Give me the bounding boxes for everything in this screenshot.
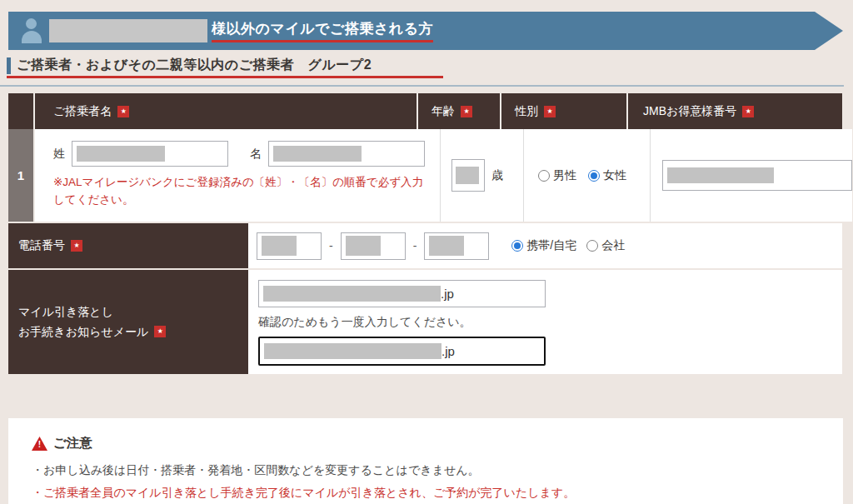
section-heading: ご搭乗者・およびその二親等以内のご搭乗者 グループ2 [7,57,372,74]
required-icon: ★ [71,240,82,252]
gender-female-option[interactable]: 女性 [588,168,626,183]
name-entry-note: ※JALマイレージバンクにご登録済みの〔姓〕・〔名〕の順番で必ず入力してください… [53,174,425,209]
required-icon: ★ [117,106,129,117]
header-jmb-label: JMBお得意様番号 [643,104,736,119]
row-number-cell: 1 [8,129,35,222]
section-divider [0,85,844,87]
redacted-mail-address [263,286,441,302]
section-title: ご搭乗者・およびその二親等以内のご搭乗者 グループ2 [17,57,372,74]
banner-title: 様以外のマイルでご搭乗される方 [212,19,433,42]
mail-confirm-input-focused[interactable]: .jp [258,337,546,366]
phone-separator: - [329,239,333,252]
first-name-input[interactable] [268,141,425,167]
last-name-input[interactable] [72,141,228,167]
mail-input[interactable]: .jp [258,280,546,307]
mail-label-cell: マイル引き落とし お手続きお知らせメール ★ [8,270,248,374]
header-passenger-name: ご搭乗者名 ★ [35,93,418,129]
phone-input-1[interactable] [257,232,322,260]
required-icon: ★ [154,326,166,337]
radio-office-icon[interactable] [586,240,598,252]
phone-row: 電話番号 ★ - - 携帯/自宅 会社 [8,223,842,268]
first-name-label: 名 [250,147,262,162]
redacted-last-name [77,146,165,162]
notice-title: ご注意 [53,435,92,452]
person-icon [18,18,47,43]
header-age: 年齢 ★ [418,93,501,129]
mail-row: マイル引き落とし お手続きお知らせメール ★ .jp 確認のためもう一度入力して… [8,270,842,374]
header-gender: 性別 ★ [501,93,628,129]
redacted-phone-1 [262,236,297,256]
notice-item-emphasis: ・ご搭乗者全員のマイル引き落とし手続き完了後にマイルが引き落とされ、ご予約が完了… [32,486,820,501]
mail-domain-suffix: .jp [441,344,455,358]
age-cell: 歳 [441,129,524,222]
notice-item: ・お申し込み後は日付・搭乗者・発着地・区間数などを変更することはできません。 [32,463,820,478]
radio-mobile-home-icon-selected[interactable] [511,240,523,252]
radio-male-icon[interactable] [538,170,550,182]
header-row-number [8,93,35,129]
redacted-first-name [273,146,362,162]
header-age-label: 年齢 [431,104,455,119]
redacted-member-name [49,19,207,42]
mail-confirm-note: 確認のためもう一度入力してください。 [258,315,842,330]
header-jmb-number: JMBお得意様番号 ★ [628,93,842,129]
phone-type-mobile-home-option[interactable]: 携帯/自宅 [511,238,576,253]
mail-body-cell: .jp 確認のためもう一度入力してください。 .jp [248,270,842,374]
mail-label-line2: お手続きお知らせメール [18,322,148,342]
gender-female-label: 女性 [603,168,626,183]
phone-type-mobile-home-label: 携帯/自宅 [526,238,576,253]
notice-box: ご注意 ・お申し込み後は日付・搭乗者・発着地・区間数などを変更することはできませ… [8,418,843,504]
redacted-age [456,167,479,184]
passenger-group-banner: 様以外のマイルでご搭乗される方 [8,12,843,50]
jmb-number-cell [651,129,852,222]
redacted-mail-address-confirm [264,343,441,359]
header-gender-label: 性別 [515,104,538,119]
table-header-row: ご搭乗者名 ★ 年齢 ★ 性別 ★ JMBお得意様番号 ★ [8,93,842,129]
passenger-name-cell: 姓 名 ※JALマイレージバンクにご登録済みの〔姓〕・〔名〕の順番で必ず入力して… [35,129,441,222]
warning-triangle-icon [32,437,47,451]
redacted-phone-3 [429,236,464,256]
phone-separator: - [413,239,417,252]
passenger-row-1: 1 姓 名 ※JALマイレージバンクにご登録済みの〔姓〕・〔名〕の順番で必ず入力… [8,129,842,222]
redacted-phone-2 [346,236,381,256]
phone-type-office-label: 会社 [601,238,625,253]
section-red-underline [7,76,443,78]
age-input[interactable] [451,159,485,192]
required-icon: ★ [742,106,754,117]
required-icon: ★ [544,106,556,117]
mail-label-line1: マイル引き落とし [18,302,166,322]
section-accent-bar [7,57,11,74]
header-passenger-name-label: ご搭乗者名 [53,104,112,119]
mail-domain-suffix: .jp [441,287,454,301]
last-name-label: 姓 [53,147,65,162]
phone-input-3[interactable] [424,232,489,260]
phone-type-options: 携帯/自宅 会社 [511,238,625,253]
phone-body-cell: - - 携帯/自宅 会社 [248,223,842,268]
required-icon: ★ [461,106,472,117]
jmb-number-input[interactable] [662,160,852,191]
gender-male-label: 男性 [553,168,576,183]
redacted-jmb-number [667,167,774,183]
phone-input-2[interactable] [341,232,406,260]
passenger-form-table: ご搭乗者名 ★ 年齢 ★ 性別 ★ JMBお得意様番号 ★ 1 姓 名 ※JAL… [8,93,842,374]
phone-label: 電話番号 [18,238,65,253]
gender-male-option[interactable]: 男性 [538,168,576,183]
age-unit-label: 歳 [491,168,503,183]
phone-type-office-option[interactable]: 会社 [586,238,625,253]
phone-label-cell: 電話番号 ★ [8,223,248,268]
gender-cell: 男性 女性 [524,129,651,222]
radio-female-icon-selected[interactable] [588,170,600,182]
